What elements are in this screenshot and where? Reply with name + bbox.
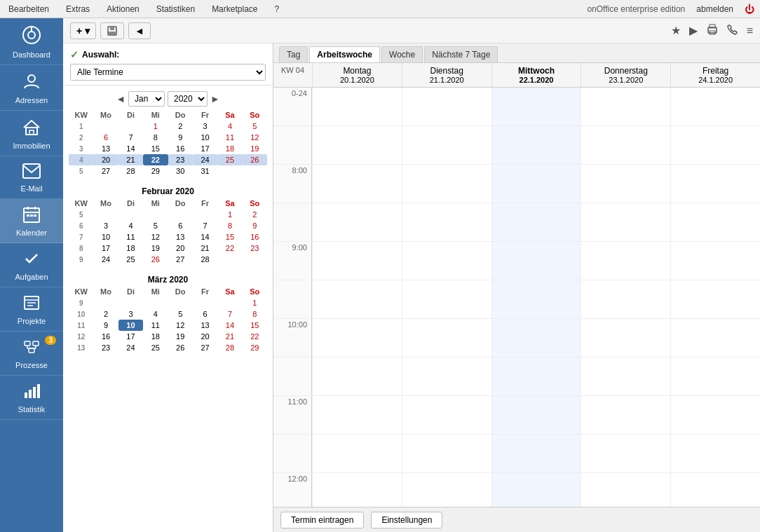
cal-cell-fri-800[interactable] — [670, 165, 760, 203]
day-cell[interactable]: 10 — [193, 132, 217, 143]
back-button[interactable]: ◄ — [128, 22, 151, 39]
day-cell[interactable]: 9 — [243, 220, 267, 231]
play-icon[interactable]: ▶ — [689, 24, 698, 37]
cal-cell-mon-800[interactable] — [312, 165, 402, 203]
selection-dropdown[interactable]: Alle Termine Meine Termine Team Termine — [70, 64, 266, 81]
day-cell[interactable]: 15 — [243, 320, 267, 331]
cal-cell-tue-900[interactable] — [402, 242, 491, 280]
cal-cell-tue-1100[interactable] — [402, 396, 491, 434]
day-cell[interactable] — [118, 121, 143, 132]
cal-cell-mon-1130[interactable] — [312, 435, 402, 472]
cal-cell-tue-1130[interactable] — [402, 435, 491, 472]
day-cell[interactable]: 24 — [193, 154, 217, 165]
cal-cell-thu-e1[interactable] — [581, 126, 670, 164]
tab-woche[interactable]: Woche — [381, 46, 423, 62]
day-cell[interactable]: 28 — [118, 165, 143, 177]
day-cell[interactable]: 19 — [168, 331, 193, 342]
cal-cell-fri-1030[interactable] — [670, 357, 760, 395]
cal-cell-thu-024[interactable] — [581, 88, 670, 125]
day-cell[interactable]: 24 — [93, 254, 118, 265]
day-cell[interactable]: 16 — [243, 231, 267, 243]
day-cell[interactable]: 9 — [168, 132, 193, 143]
cal-cell-wed-1000[interactable] — [491, 319, 581, 357]
cal-cell-thu-900[interactable] — [581, 242, 670, 280]
day-cell[interactable]: 25 — [217, 154, 242, 165]
power-icon[interactable]: ⏻ — [745, 4, 754, 15]
tab-naechste7[interactable]: Nächste 7 Tage — [424, 46, 498, 62]
day-cell[interactable]: 30 — [168, 165, 193, 177]
day-cell[interactable]: 16 — [93, 331, 118, 342]
day-cell[interactable]: 14 — [217, 320, 242, 331]
cal-cell-fri-1200[interactable] — [670, 473, 760, 507]
day-cell[interactable] — [193, 209, 217, 220]
day-cell[interactable]: 24 — [118, 342, 143, 353]
cal-cell-mon-1200[interactable] — [312, 473, 402, 507]
day-cell[interactable]: 20 — [168, 243, 193, 254]
day-cell[interactable]: 1 — [243, 297, 267, 308]
day-cell[interactable]: 11 — [118, 231, 143, 243]
sidebar-item-immobilien[interactable]: Immobilien — [0, 111, 63, 156]
cal-cell-tue-930[interactable] — [402, 280, 491, 318]
day-cell[interactable]: 1 — [143, 121, 168, 132]
day-cell[interactable]: 23 — [168, 154, 193, 165]
day-cell[interactable]: 26 — [168, 342, 193, 353]
tab-tag[interactable]: Tag — [279, 46, 308, 62]
cal-cell-fri-930[interactable] — [670, 280, 760, 318]
settings-button[interactable]: Einstellungen — [371, 512, 442, 528]
cal-cell-thu-1000[interactable] — [581, 319, 670, 357]
cal-cell-tue-1000[interactable] — [402, 319, 491, 357]
day-cell[interactable]: 2 — [93, 308, 118, 320]
day-cell[interactable]: 11 — [217, 132, 242, 143]
day-cell[interactable]: 27 — [168, 254, 193, 265]
day-cell[interactable]: 6 — [193, 308, 217, 320]
day-cell[interactable]: 18 — [143, 331, 168, 342]
day-cell[interactable]: 23 — [93, 342, 118, 353]
day-cell[interactable]: 4 — [143, 308, 168, 320]
day-cell[interactable]: 28 — [217, 342, 242, 353]
prev-month-button[interactable]: ◄ — [116, 93, 125, 104]
day-cell[interactable]: 5 — [143, 220, 168, 231]
day-cell[interactable]: 14 — [193, 231, 217, 243]
cal-cell-thu-1130[interactable] — [581, 435, 670, 472]
day-cell[interactable]: 12 — [143, 231, 168, 243]
menu-marketplace[interactable]: Marketplace — [209, 4, 260, 14]
day-cell[interactable]: 20 — [93, 154, 118, 165]
day-cell[interactable]: 28 — [193, 254, 217, 265]
phone-icon[interactable] — [727, 24, 738, 38]
day-cell[interactable]: 11 — [143, 320, 168, 331]
cal-cell-wed-930[interactable] — [491, 280, 581, 318]
cal-cell-thu-1200[interactable] — [581, 473, 670, 507]
day-cell[interactable]: 13 — [93, 143, 118, 154]
day-cell[interactable] — [143, 297, 168, 308]
day-cell[interactable]: 15 — [217, 231, 242, 243]
day-cell[interactable]: 2 — [243, 209, 267, 220]
cal-cell-mon-830[interactable] — [312, 203, 402, 241]
cal-cell-fri-900[interactable] — [670, 242, 760, 280]
day-cell[interactable]: 8 — [243, 308, 267, 320]
day-cell[interactable]: 2 — [168, 121, 193, 132]
day-cell[interactable]: 21 — [217, 331, 242, 342]
day-cell[interactable]: 6 — [168, 220, 193, 231]
day-cell[interactable]: 13 — [193, 320, 217, 331]
day-cell[interactable] — [168, 209, 193, 220]
cal-cell-mon-1000[interactable] — [312, 319, 402, 357]
day-cell[interactable]: 26 — [143, 254, 168, 265]
cal-cell-tue-830[interactable] — [402, 203, 491, 241]
tab-arbeitswoche[interactable]: Arbeitswoche — [309, 46, 380, 62]
day-cell[interactable]: 15 — [143, 143, 168, 154]
day-cell[interactable] — [243, 165, 267, 177]
star-icon[interactable]: ★ — [671, 24, 681, 37]
cal-cell-wed-e1[interactable] — [491, 126, 581, 164]
day-cell[interactable]: 18 — [217, 143, 242, 154]
today-cell[interactable]: 22 — [143, 154, 168, 165]
day-cell[interactable]: 17 — [193, 143, 217, 154]
day-cell[interactable] — [217, 297, 242, 308]
cal-cell-tue-800[interactable] — [402, 165, 491, 203]
day-cell[interactable]: 29 — [143, 165, 168, 177]
termin-button[interactable]: Termin eintragen — [280, 512, 364, 528]
day-cell[interactable] — [217, 165, 242, 177]
sidebar-item-statistik[interactable]: Statistik — [0, 376, 63, 420]
day-cell[interactable]: 17 — [93, 243, 118, 254]
cal-cell-thu-800[interactable] — [581, 165, 670, 203]
day-cell[interactable]: 31 — [193, 165, 217, 177]
